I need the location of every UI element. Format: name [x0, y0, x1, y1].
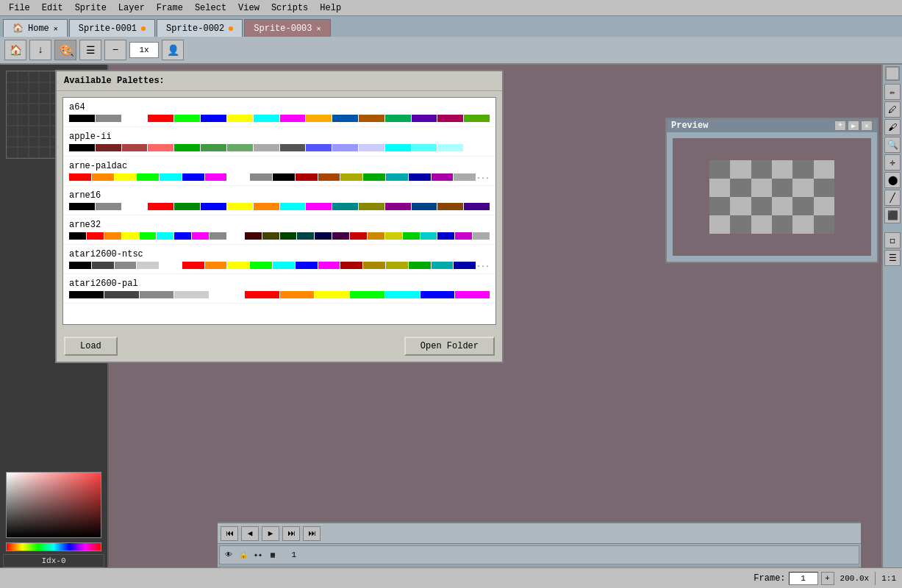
tc-first[interactable]: ⏮	[221, 526, 238, 541]
tool-profile[interactable]: 👤	[162, 40, 184, 60]
preview-title: Preview	[671, 121, 708, 131]
tab-home[interactable]: 🏠 Home ✕	[3, 19, 68, 37]
menu-file[interactable]: File	[3, 1, 36, 15]
color-picker[interactable]	[6, 472, 101, 538]
frame-increment-btn[interactable]: +	[821, 572, 834, 585]
palette-list[interactable]: a64apple-iiarne-paldac...arne16arne32ata…	[62, 97, 496, 325]
zoom-display: 1x	[129, 42, 159, 58]
pixel-cell[interactable]	[29, 104, 40, 115]
palette-item[interactable]: arne-paldac...	[63, 157, 495, 186]
palette-item[interactable]: arne32	[63, 215, 495, 245]
cel-icon: ▦	[267, 549, 279, 561]
rtool-fill[interactable]: ⬛	[884, 207, 901, 223]
pixel-cell[interactable]	[29, 147, 40, 158]
palette-item-name: atari2600-ntsc	[69, 249, 490, 259]
preview-play-btn[interactable]: ▶	[848, 121, 859, 131]
pixel-cell[interactable]	[7, 82, 18, 93]
rtool-brush[interactable]: 🖌	[884, 119, 901, 135]
color-swatch	[437, 115, 463, 122]
pixel-cell[interactable]	[7, 104, 18, 115]
palette-item[interactable]: atari2600-pal	[63, 274, 495, 304]
pixel-cell[interactable]	[18, 137, 29, 148]
tool-new[interactable]: 🏠	[4, 40, 26, 60]
pixel-cell[interactable]	[7, 71, 18, 82]
palette-item[interactable]: apple-ii	[63, 127, 495, 157]
pixel-cell[interactable]	[29, 71, 40, 82]
pixel-cell[interactable]	[29, 126, 40, 137]
palette-item[interactable]: atari2600-ntsc...	[63, 245, 495, 274]
preview-close-btn[interactable]: ✕	[861, 121, 873, 131]
tab-home-close[interactable]: ✕	[54, 24, 58, 33]
color-swatch	[160, 262, 182, 269]
menu-layer[interactable]: Layer	[112, 1, 151, 15]
rtool-pen[interactable]: 🖊	[884, 101, 901, 118]
checker-cell	[730, 215, 751, 234]
menu-frame[interactable]: Frame	[151, 1, 189, 15]
pixel-cell[interactable]	[39, 115, 50, 126]
tool-scroll[interactable]: ↓	[29, 40, 51, 60]
rtool-eraser[interactable]: ◻	[884, 232, 901, 248]
pixel-cell[interactable]	[39, 93, 50, 104]
tool-menu[interactable]: ☰	[79, 40, 101, 60]
palette-load-btn[interactable]: Load	[64, 337, 118, 356]
rtool-zoom[interactable]: 🔍	[884, 137, 901, 153]
tab-sprite-0003[interactable]: Sprite-0003 ✕	[244, 19, 330, 37]
tab-sprite-0001[interactable]: Sprite-0001	[69, 19, 155, 37]
palette-item[interactable]: a64	[63, 98, 495, 127]
palette-item[interactable]: arne16	[63, 186, 495, 215]
pixel-cell[interactable]	[29, 93, 40, 104]
checker-cell	[751, 160, 772, 179]
tc-prev[interactable]: ◀	[241, 526, 259, 541]
tab-sprite-0001-label: Sprite-0001	[79, 24, 137, 34]
pixel-cell[interactable]	[18, 115, 29, 126]
pixel-cell[interactable]	[39, 71, 50, 82]
tab-sprite-0002[interactable]: Sprite-0002	[157, 19, 243, 37]
frame-input[interactable]	[789, 572, 818, 585]
preview-expand-btn[interactable]: +	[834, 121, 846, 131]
tc-play[interactable]: ▶	[262, 526, 279, 541]
pixel-cell[interactable]	[18, 104, 29, 115]
pixel-cell[interactable]	[29, 115, 40, 126]
rtool-pencil[interactable]: ✏	[884, 84, 901, 100]
rtool-circle[interactable]: ⬤	[884, 172, 901, 188]
pixel-cell[interactable]	[18, 126, 29, 137]
pixel-cell[interactable]	[7, 126, 18, 137]
pixel-cell[interactable]	[39, 104, 50, 115]
menubar: File Edit Sprite Layer Frame Select View…	[0, 0, 902, 16]
pixel-cell[interactable]	[7, 115, 18, 126]
pixel-cell[interactable]	[39, 126, 50, 137]
pixel-cell[interactable]	[39, 147, 50, 158]
pixel-cell[interactable]	[18, 71, 29, 82]
palette-item-colors	[69, 291, 490, 298]
pixel-cell[interactable]	[39, 82, 50, 93]
rtool-line[interactable]: ╱	[884, 190, 901, 206]
pixel-cell[interactable]	[18, 82, 29, 93]
preview-titlebar: Preview + ▶ ✕	[667, 119, 877, 132]
menu-sprite[interactable]: Sprite	[69, 1, 112, 15]
pixel-cell[interactable]	[39, 137, 50, 148]
tab-sprite-0003-close[interactable]: ✕	[317, 24, 321, 33]
pixel-cell[interactable]	[29, 137, 40, 148]
color-swatch	[359, 203, 384, 210]
tool-minus[interactable]: −	[104, 40, 126, 60]
menu-scripts[interactable]: Scripts	[265, 1, 314, 15]
pixel-cell[interactable]	[7, 93, 18, 104]
pixel-cell[interactable]	[18, 93, 29, 104]
tool-palette[interactable]: 🎨 ↖	[54, 40, 76, 60]
rtool-extra[interactable]: ☰	[884, 250, 901, 266]
color-swatch	[296, 262, 318, 269]
menu-help[interactable]: Help	[314, 1, 347, 15]
menu-view[interactable]: View	[232, 1, 265, 15]
pixel-cell[interactable]	[7, 147, 18, 158]
menu-edit[interactable]: Edit	[36, 1, 69, 15]
tc-last[interactable]: ⏭	[303, 526, 321, 541]
pixel-cell[interactable]	[29, 82, 40, 93]
palette-open-folder-btn[interactable]: Open Folder	[404, 337, 495, 356]
hue-bar[interactable]	[6, 542, 101, 551]
rtool-move[interactable]: ✛	[884, 154, 901, 171]
pixel-cell[interactable]	[18, 147, 29, 158]
tc-next[interactable]: ⏭	[282, 526, 300, 541]
pixel-cell[interactable]	[7, 137, 18, 148]
menu-select[interactable]: Select	[189, 1, 232, 15]
color-swatch	[115, 262, 137, 269]
